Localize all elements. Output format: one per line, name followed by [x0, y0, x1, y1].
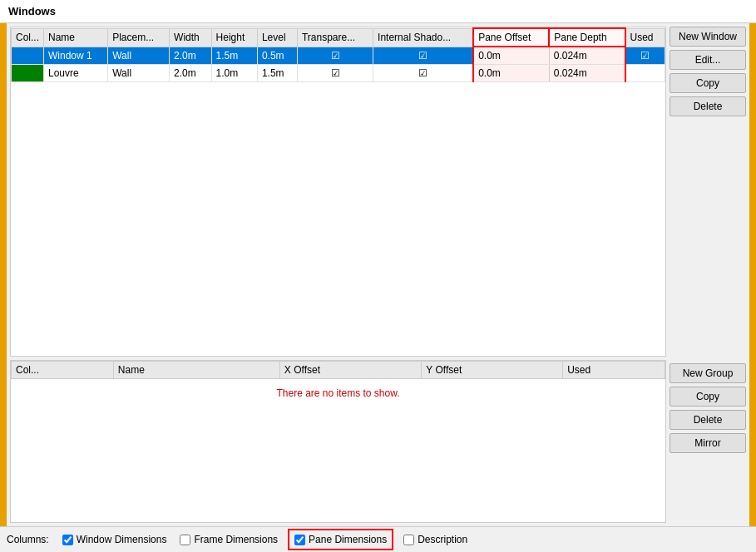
- width-cell: 2.0m: [170, 65, 211, 82]
- top-table: Col... Name Placem... Width Height Level…: [11, 27, 665, 82]
- used-cell: ☑: [625, 47, 665, 65]
- transparency-cell: ☑: [297, 47, 373, 65]
- name-cell: Window 1: [44, 47, 108, 65]
- bottom-table-area: Col... Name X Offset Y Offset Used There…: [10, 360, 666, 523]
- col-level-header: Level: [257, 28, 297, 47]
- bot-col-name-header: Name: [113, 362, 279, 379]
- columns-label: Columns:: [7, 534, 49, 545]
- col-placement-header: Placem...: [108, 28, 170, 47]
- description-label: Description: [418, 534, 467, 545]
- level-cell: 1.5m: [257, 65, 297, 82]
- table-row[interactable]: Window 1 Wall 2.0m 1.5m 0.5m ☑ ☑ 0.0m 0.…: [12, 47, 665, 65]
- col-pane-offset-header: Pane Offset: [473, 28, 549, 47]
- frame-dimensions-label: Frame Dimensions: [194, 534, 278, 545]
- col-internal-shadow-header: Internal Shado...: [373, 28, 474, 47]
- bot-col-used-header: Used: [563, 362, 665, 379]
- bottom-buttons: New Group Copy Delete Mirror: [666, 360, 749, 526]
- pane-offset-cell: 0.0m: [473, 65, 549, 82]
- bottom-copy-button[interactable]: Copy: [670, 387, 746, 407]
- left-strip: [0, 23, 7, 360]
- pane-offset-cell: 0.0m: [473, 47, 549, 65]
- transparency-cell: ☑: [297, 65, 373, 82]
- right-strip-top: [749, 23, 756, 360]
- bot-col-color-header: Col...: [12, 362, 114, 379]
- col-transparency-header: Transpare...: [297, 28, 373, 47]
- height-cell: 1.0m: [211, 65, 257, 82]
- placement-cell: Wall: [108, 47, 170, 65]
- window-dimensions-checkbox[interactable]: [62, 535, 73, 545]
- table-row[interactable]: Louvre Wall 2.0m 1.0m 1.5m ☑ ☑ 0.0m 0.02…: [12, 65, 665, 82]
- height-cell: 1.5m: [211, 47, 257, 65]
- title-bar: Windows: [0, 0, 756, 23]
- bot-col-xoffset-header: X Offset: [279, 362, 421, 379]
- top-buttons: New Window Edit... Copy Delete: [666, 23, 749, 360]
- bottom-section: Col... Name X Offset Y Offset Used There…: [0, 360, 756, 526]
- bot-col-yoffset-header: Y Offset: [422, 362, 563, 379]
- empty-message: There are no items to show.: [12, 379, 665, 407]
- col-width-header: Width: [170, 28, 211, 47]
- window-dimensions-label: Window Dimensions: [77, 534, 167, 545]
- description-checkbox[interactable]: [403, 535, 414, 545]
- name-cell: Louvre: [44, 65, 108, 82]
- frame-dimensions-checkbox[interactable]: [180, 535, 190, 545]
- mirror-button[interactable]: Mirror: [670, 433, 746, 453]
- col-color-header: Col...: [12, 28, 44, 47]
- pane-depth-cell: 0.024m: [549, 47, 625, 65]
- columns-bar: Columns: Window Dimensions Frame Dimensi…: [0, 526, 756, 552]
- new-window-button[interactable]: New Window: [670, 27, 746, 47]
- new-group-button[interactable]: New Group: [670, 363, 746, 383]
- description-group: Description: [403, 534, 467, 545]
- pane-dimensions-checkbox[interactable]: [294, 535, 305, 545]
- bottom-delete-button[interactable]: Delete: [670, 410, 746, 430]
- internal-shadow-cell: ☑: [373, 65, 474, 82]
- pane-depth-cell: 0.024m: [549, 65, 625, 82]
- placement-cell: Wall: [108, 65, 170, 82]
- bottom-table: Col... Name X Offset Y Offset Used There…: [11, 361, 665, 407]
- internal-shadow-cell: ☑: [373, 47, 474, 65]
- main-container: Windows Col... Name Placem... Width Heig…: [0, 0, 756, 552]
- top-copy-button[interactable]: Copy: [670, 73, 746, 93]
- color-cell: [12, 65, 44, 82]
- right-strip-bottom: [749, 360, 756, 526]
- frame-dimensions-group: Frame Dimensions: [180, 534, 278, 545]
- top-table-area: Col... Name Placem... Width Height Level…: [10, 27, 666, 357]
- used-cell: [625, 65, 665, 82]
- edit-button[interactable]: Edit...: [670, 50, 746, 70]
- top-section: Col... Name Placem... Width Height Level…: [0, 23, 756, 360]
- left-strip-bottom: [0, 360, 7, 526]
- col-name-header: Name: [44, 28, 108, 47]
- pane-dimensions-group: Pane Dimensions: [291, 532, 390, 547]
- width-cell: 2.0m: [170, 47, 211, 65]
- window-title: Windows: [8, 5, 56, 17]
- level-cell: 0.5m: [257, 47, 297, 65]
- top-delete-button[interactable]: Delete: [670, 96, 746, 116]
- col-used-header: Used: [625, 28, 665, 47]
- pane-dimensions-label: Pane Dimensions: [309, 534, 387, 545]
- window-dimensions-group: Window Dimensions: [62, 534, 167, 545]
- color-cell: [12, 47, 44, 65]
- col-height-header: Height: [211, 28, 257, 47]
- col-pane-depth-header: Pane Depth: [549, 28, 625, 47]
